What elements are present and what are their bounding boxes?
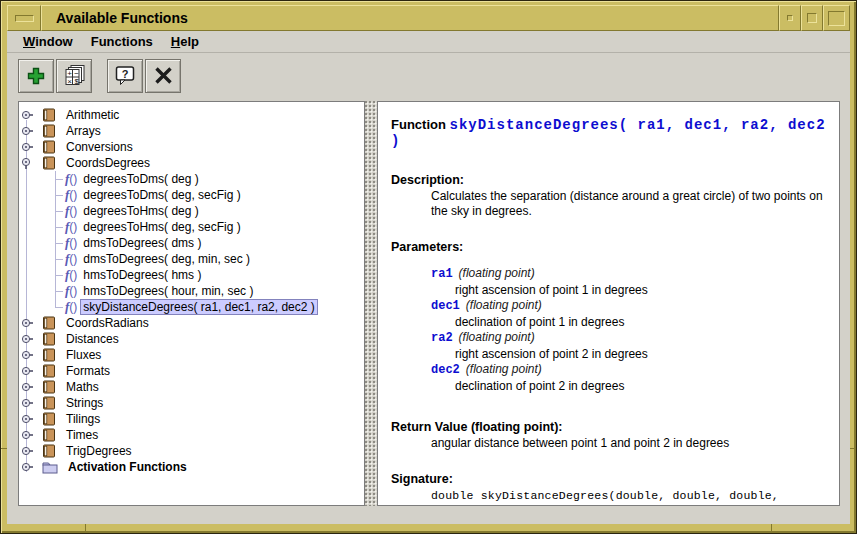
function-icon: f() <box>65 187 77 203</box>
parameter-name: dec2 <box>431 363 460 377</box>
parameters-section: Parameters: ra1(floating point)right asc… <box>391 240 829 394</box>
tree-item[interactable]: Conversions <box>19 139 364 155</box>
window-title: Available Functions <box>56 10 188 26</box>
split-divider[interactable] <box>365 101 377 506</box>
function-icon: f() <box>65 299 77 315</box>
expand-handle-icon[interactable] <box>21 125 33 137</box>
restore-button[interactable] <box>801 5 823 31</box>
close-button[interactable] <box>145 59 181 93</box>
tree-item[interactable]: f()skyDistanceDegrees( ra1, dec1, ra2, d… <box>19 299 364 315</box>
tree-item[interactable]: f()degreesToHms( deg ) <box>19 203 364 219</box>
tree-item-label: Strings <box>63 395 106 411</box>
function-icon: f() <box>65 235 77 251</box>
signature-label: Signature: <box>391 472 829 486</box>
help-balloon-icon: ? <box>114 65 137 86</box>
function-icon: f() <box>65 219 77 235</box>
tree-connector <box>47 171 63 187</box>
tree-item-label: hmsToDegrees( hms ) <box>80 267 204 283</box>
menu-window[interactable]: Window <box>14 32 82 51</box>
tree-item-label: skyDistanceDegrees( ra1, dec1, ra2, dec2… <box>80 299 317 315</box>
expand-handle-icon[interactable] <box>21 333 33 345</box>
expand-handle-icon[interactable] <box>21 317 33 329</box>
function-tree: ArithmeticArraysConversionsCoordsDegrees… <box>19 107 364 475</box>
expand-handle-icon[interactable] <box>21 349 33 361</box>
help-button[interactable]: ? <box>107 59 143 93</box>
doc-heading-signature: skyDistanceDegrees( ra1, dec1, ra2, dec2… <box>391 117 826 149</box>
parameter-description: right ascension of point 1 in degrees <box>455 283 829 299</box>
tree-connector <box>47 267 63 283</box>
expand-handle-icon[interactable] <box>21 381 33 393</box>
expand-handle-icon[interactable] <box>21 429 33 441</box>
function-icon: f() <box>65 203 77 219</box>
book-icon <box>42 108 56 122</box>
tree-item[interactable]: Tilings <box>19 411 364 427</box>
tree-connector <box>47 203 63 219</box>
titlebar[interactable]: Available Functions <box>7 5 850 31</box>
tree-item[interactable]: f()degreesToHms( deg, secFig ) <box>19 219 364 235</box>
expand-handle-icon[interactable] <box>21 365 33 377</box>
add-function-button[interactable] <box>18 59 54 93</box>
parameter-type: (floating point) <box>466 298 542 312</box>
book-icon <box>42 428 56 442</box>
minimize-button[interactable] <box>779 5 801 31</box>
tree-connector <box>47 299 63 315</box>
titlebar-drag-area[interactable]: Available Functions <box>41 5 779 31</box>
browse-functions-button[interactable]: + − × $ <box>56 59 92 93</box>
tree-item[interactable]: Arrays <box>19 123 364 139</box>
expand-handle-icon[interactable] <box>21 461 33 473</box>
parameters-list: ra1(floating point)right ascension of po… <box>431 266 829 394</box>
function-tree-panel: ArithmeticArraysConversionsCoordsDegrees… <box>18 101 365 506</box>
tree-item[interactable]: Formats <box>19 363 364 379</box>
tree-connector <box>47 219 63 235</box>
parameter-entry: dec1(floating point)declination of point… <box>431 298 829 330</box>
tree-item[interactable]: f()degreesToDms( deg ) <box>19 171 364 187</box>
window-menu-button[interactable] <box>7 5 41 31</box>
return-label: Return Value (floating point): <box>391 420 829 434</box>
tree-connector <box>47 251 63 267</box>
tree-item-label: degreesToHms( deg ) <box>80 203 201 219</box>
tree-item[interactable]: f()degreesToDms( deg, secFig ) <box>19 187 364 203</box>
tree-item[interactable]: Times <box>19 427 364 443</box>
tree-item[interactable]: Activation Functions <box>19 459 364 475</box>
parameter-description: declination of point 2 in degrees <box>455 379 829 395</box>
tree-item[interactable]: f()hmsToDegrees( hour, min, sec ) <box>19 283 364 299</box>
expand-handle-icon[interactable] <box>21 413 33 425</box>
collapse-handle-icon[interactable] <box>21 157 33 169</box>
toolbar: + − × $ ? <box>7 53 850 98</box>
svg-text:?: ? <box>121 68 128 80</box>
tree-item[interactable]: Fluxes <box>19 347 364 363</box>
tree-item-label: CoordsRadians <box>63 315 152 331</box>
parameter-type: (floating point) <box>466 362 542 376</box>
expand-handle-icon[interactable] <box>21 109 33 121</box>
book-icon <box>42 332 56 346</box>
menu-help[interactable]: Help <box>162 32 208 51</box>
tree-item[interactable]: Maths <box>19 379 364 395</box>
book-icon <box>42 444 56 458</box>
book-icon <box>42 124 56 138</box>
maximize-button[interactable] <box>823 5 850 31</box>
tree-item-label: Formats <box>63 363 113 379</box>
book-icon <box>42 364 56 378</box>
tree-item[interactable]: CoordsRadians <box>19 315 364 331</box>
tree-item[interactable]: f()dmsToDegrees( dms ) <box>19 235 364 251</box>
function-icon: f() <box>65 251 77 267</box>
menu-functions[interactable]: Functions <box>82 32 162 51</box>
tree-item[interactable]: Strings <box>19 395 364 411</box>
tree-item[interactable]: f()dmsToDegrees( deg, min, sec ) <box>19 251 364 267</box>
tree-item-label: dmsToDegrees( deg, min, sec ) <box>80 251 253 267</box>
tree-item[interactable]: Distances <box>19 331 364 347</box>
tree-connector <box>47 283 63 299</box>
frame-notch <box>85 524 86 533</box>
parameter-name: ra1 <box>431 267 453 281</box>
expand-handle-icon[interactable] <box>21 397 33 409</box>
tree-item[interactable]: TrigDegrees <box>19 443 364 459</box>
description-section: Description: Calculates the separation (… <box>391 173 829 219</box>
tree-item[interactable]: f()hmsToDegrees( hms ) <box>19 267 364 283</box>
tree-item[interactable]: CoordsDegrees <box>19 155 364 171</box>
tree-item-label: Fluxes <box>63 347 104 363</box>
expand-handle-icon[interactable] <box>21 141 33 153</box>
return-text: angular distance between point 1 and poi… <box>431 436 829 451</box>
expand-handle-icon[interactable] <box>21 445 33 457</box>
function-icon: f() <box>65 171 77 187</box>
tree-item[interactable]: Arithmetic <box>19 107 364 123</box>
